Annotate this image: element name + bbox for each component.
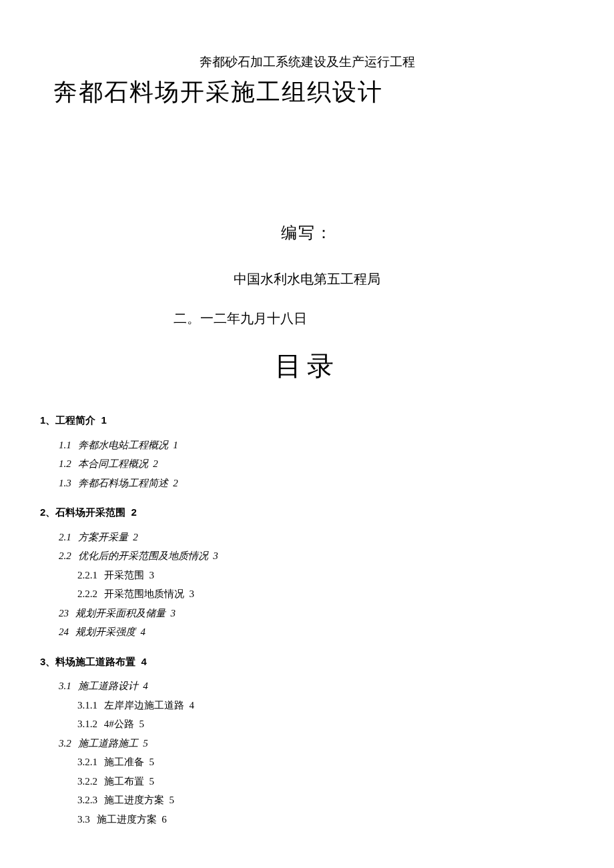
toc-item-1-2: 1.2 本合同工程概况 2 [59, 454, 574, 474]
toc-num: 24 [59, 622, 69, 642]
toc-item-3-1-1: 3.1.1 左岸岸边施工道路 4 [77, 696, 574, 715]
toc-label: 施工道路设计 [78, 681, 138, 691]
toc-page: 5 [149, 776, 155, 787]
toc-page: 1 [173, 440, 178, 450]
toc-num: 2.2.1 [77, 566, 97, 585]
toc-label: 开采范围地质情况 [104, 588, 184, 599]
toc-item-2-2-1: 2.2.1 开采范围 3 [77, 566, 574, 585]
toc-label: 规划开采强度 [75, 626, 135, 637]
toc-num: 2.2.2 [77, 584, 97, 604]
toc-num: 23 [59, 604, 69, 623]
toc-num: 1.3 [59, 474, 71, 493]
toc-label: 施工布置 [104, 776, 144, 787]
toc-item-2-4: 24 规划开采强度 4 [59, 622, 574, 642]
toc-page: 5 [143, 738, 148, 749]
toc-page: 2 [153, 458, 158, 469]
toc-page: 5 [170, 795, 175, 805]
toc-num: 3.2.3 [77, 791, 97, 810]
toc-num: 3.2 [59, 734, 71, 753]
toc-num: 2.2 [59, 546, 71, 566]
toc-num: 3.3 [77, 810, 90, 829]
toc-label: 优化后的开采范围及地质情况 [78, 550, 208, 561]
toc-label: 2、石料场开采范围 [40, 506, 125, 518]
toc-label: 规划开采面积及储量 [75, 608, 166, 618]
toc-page: 5 [139, 719, 145, 729]
toc-page: 4 [141, 656, 147, 667]
toc-num: 3.1 [59, 677, 71, 696]
toc-item-3-3: 3.3 施工进度方案 6 [77, 810, 574, 829]
toc-label: 4#公路 [104, 719, 134, 729]
toc-label: 方案开采量 [78, 532, 128, 542]
toc-num: 1.2 [59, 454, 71, 474]
toc-item-2-3: 23 规划开采面积及储量 3 [59, 604, 574, 623]
toc-item-3-2: 3.2 施工道路施工 5 [59, 734, 574, 753]
toc-label: 奔都石料场工程简述 [78, 478, 168, 488]
toc-page: 3 [190, 588, 195, 599]
toc-page: 3 [213, 550, 218, 561]
toc-page: 2 [133, 532, 138, 542]
toc-item-1-3: 1.3 奔都石料场工程简述 2 [59, 474, 574, 493]
toc-section-3: 3、料场施工道路布置 4 [40, 653, 574, 672]
toc-num: 1.1 [59, 436, 71, 455]
toc-num: 3.1.2 [77, 715, 97, 734]
toc-item-1-1: 1.1 奔都水电站工程概况 1 [59, 436, 574, 455]
table-of-contents: 1、工程简介 1 1.1 奔都水电站工程概况 1 1.2 本合同工程概况 2 1… [40, 411, 574, 829]
toc-page: 4 [141, 626, 146, 637]
document-subtitle: 奔都砂石加工系统建设及生产运行工程 [40, 53, 574, 71]
organization-name: 中国水利水电第五工程局 [40, 270, 574, 288]
toc-label: 奔都水电站工程概况 [78, 440, 168, 450]
toc-label: 施工准备 [104, 757, 144, 767]
toc-title: 目录 [40, 348, 574, 384]
toc-item-2-1: 2.1 方案开采量 2 [59, 528, 574, 547]
toc-label: 1、工程简介 [40, 414, 95, 426]
toc-num: 3.1.1 [77, 696, 97, 715]
toc-label: 施工进度方案 [104, 795, 164, 805]
toc-label: 开采范围 [104, 570, 144, 580]
author-label: 编写： [40, 222, 574, 244]
toc-label: 施工进度方案 [97, 814, 157, 825]
toc-label: 本合同工程概况 [78, 458, 148, 469]
toc-label: 左岸岸边施工道路 [104, 700, 184, 711]
toc-label: 施工道路施工 [78, 738, 138, 749]
toc-page: 4 [190, 700, 195, 711]
toc-page: 1 [101, 414, 107, 426]
toc-item-3-2-2: 3.2.2 施工布置 5 [77, 772, 574, 791]
toc-page: 3 [149, 570, 155, 580]
toc-page: 5 [149, 757, 155, 767]
toc-page: 2 [173, 478, 178, 488]
toc-item-2-2: 2.2 优化后的开采范围及地质情况 3 [59, 546, 574, 566]
toc-item-3-2-3: 3.2.3 施工进度方案 5 [77, 791, 574, 810]
toc-page: 2 [131, 506, 137, 518]
toc-num: 3.2.2 [77, 772, 97, 791]
toc-page: 6 [162, 814, 167, 825]
document-title: 奔都石料场开采施工组织设计 [53, 76, 574, 109]
toc-item-2-2-2: 2.2.2 开采范围地质情况 3 [77, 584, 574, 604]
toc-section-2: 2、石料场开采范围 2 [40, 503, 574, 522]
toc-page: 3 [171, 608, 176, 618]
toc-label: 3、料场施工道路布置 [40, 656, 135, 667]
toc-section-1: 1、工程简介 1 [40, 411, 574, 430]
document-date: 二。一二年九月十八日 [174, 310, 574, 328]
toc-item-3-1: 3.1 施工道路设计 4 [59, 677, 574, 696]
toc-page: 4 [143, 681, 148, 691]
toc-item-3-1-2: 3.1.2 4#公路 5 [77, 715, 574, 734]
toc-num: 3.2.1 [77, 753, 97, 772]
toc-item-3-2-1: 3.2.1 施工准备 5 [77, 753, 574, 772]
toc-num: 2.1 [59, 528, 71, 547]
